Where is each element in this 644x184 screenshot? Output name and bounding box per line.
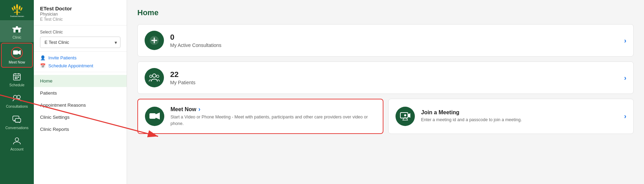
join-meeting-text: Join a Meeting Enter a meeting id and a … [421, 109, 621, 123]
my-patients-text: 22 My Patients [170, 70, 621, 85]
active-consultations-chevron: › [624, 37, 626, 45]
calendar-icon: 📅 [40, 63, 46, 68]
consultations-icon [11, 93, 22, 103]
svg-rect-19 [18, 77, 19, 78]
clinic-select-section: Select Clinic E Test Clinic ▾ [34, 26, 127, 52]
sidebar-item-conversations-label: Conversations [5, 126, 28, 130]
clinic-menu: Home Patients Appointment Reasons Clinic… [34, 72, 127, 184]
menu-item-appointment-reasons[interactable]: Appointment Reasons [34, 99, 127, 111]
active-consultations-count: 0 [170, 33, 621, 42]
account-icon [11, 136, 22, 146]
page-title: Home [137, 8, 634, 17]
sidebar-item-clinic[interactable]: Clinic [0, 21, 34, 42]
schedule-appointment-link[interactable]: 📅 Schedule Appointment [40, 63, 120, 68]
menu-item-clinic-reports[interactable]: Clinic Reports [34, 123, 127, 135]
sidebar-item-meet-now[interactable]: Meet Now [1, 43, 33, 68]
meet-now-card-icon [145, 107, 164, 126]
doctor-role: Physician [40, 12, 120, 17]
svg-point-4 [20, 7, 23, 11]
sidebar-item-account-label: Account [10, 147, 23, 151]
invite-patients-link[interactable]: 👤 Invite Patients [40, 55, 120, 60]
main-wrapper: Home 0 My Active Consultations › [127, 0, 644, 184]
join-meeting-icon [396, 107, 415, 126]
join-meeting-card[interactable]: Join a Meeting Enter a meeting id and a … [388, 99, 634, 134]
svg-rect-11 [13, 50, 18, 55]
svg-point-3 [11, 7, 14, 11]
clinic-icon [11, 24, 22, 34]
svg-point-1 [13, 5, 16, 10]
svg-rect-8 [16, 30, 18, 32]
svg-marker-36 [408, 113, 410, 118]
meet-now-title-row: Meet Now › [170, 106, 376, 113]
conversations-icon [11, 115, 22, 124]
svg-point-26 [15, 138, 19, 141]
sidebar: Saskatchewan Clinic Meet Now [0, 0, 34, 184]
join-meeting-card-title: Join a Meeting [421, 109, 459, 116]
svg-rect-17 [15, 77, 16, 78]
svg-marker-12 [18, 50, 21, 55]
svg-point-2 [18, 5, 21, 10]
clinic-select-wrapper: E Test Clinic ▾ [40, 37, 120, 48]
svg-text:Saskatchewan: Saskatchewan [10, 15, 24, 17]
sidebar-item-schedule[interactable]: Schedule [0, 68, 34, 90]
svg-point-37 [404, 114, 406, 116]
person-icon: 👤 [40, 55, 46, 60]
svg-point-31 [150, 75, 152, 78]
clinic-actions: 👤 Invite Patients 📅 Schedule Appointment [34, 52, 127, 72]
svg-point-0 [16, 4, 18, 9]
sidebar-item-consultations[interactable]: Consultations [0, 90, 34, 111]
meet-now-card-text: Meet Now › Start a Video or Phone Meetin… [170, 106, 376, 127]
sidebar-item-conversations[interactable]: Conversations [0, 111, 34, 133]
doctor-name: ETest Doctor [40, 6, 120, 11]
menu-item-clinic-settings[interactable]: Clinic Settings [34, 111, 127, 123]
join-meeting-description: Enter a meeting id and a passcode to joi… [421, 117, 621, 123]
meet-now-card[interactable]: Meet Now › Start a Video or Phone Meetin… [137, 99, 383, 134]
menu-item-home[interactable]: Home [34, 75, 127, 87]
sidebar-item-schedule-label: Schedule [9, 83, 25, 87]
clinic-panel: ETest Doctor Physician E Test Clinic Sel… [34, 0, 127, 184]
meet-now-circle [11, 47, 23, 59]
my-patients-chevron: › [624, 74, 626, 82]
svg-rect-21 [17, 78, 18, 79]
svg-point-30 [153, 74, 156, 77]
meet-now-card-title: Meet Now [170, 106, 196, 113]
schedule-icon [11, 72, 22, 81]
logo: Saskatchewan [0, 0, 34, 21]
clinic-select[interactable]: E Test Clinic [40, 37, 120, 48]
my-patients-card[interactable]: 22 My Patients › [137, 61, 634, 94]
active-consultations-icon [145, 31, 164, 50]
active-consultations-text: 0 My Active Consultations [170, 33, 621, 48]
svg-rect-33 [149, 113, 156, 119]
action-cards: Meet Now › Start a Video or Phone Meetin… [137, 99, 634, 134]
join-meeting-title-row: Join a Meeting [421, 109, 621, 116]
my-patients-label: My Patients [170, 80, 621, 85]
sidebar-item-account[interactable]: Account [0, 133, 34, 154]
clinic-name-sub: E Test Clinic [40, 17, 120, 22]
active-consultations-card[interactable]: 0 My Active Consultations › [137, 24, 634, 57]
sidebar-item-meet-now-label: Meet Now [9, 60, 25, 64]
svg-point-32 [157, 75, 159, 78]
svg-point-23 [17, 95, 20, 99]
active-consultations-label: My Active Consultations [170, 42, 621, 48]
svg-rect-10 [12, 28, 21, 29]
main-content: Home 0 My Active Consultations › [127, 0, 644, 184]
meet-now-card-chevron: › [198, 106, 201, 113]
sidebar-item-clinic-label: Clinic [12, 35, 21, 39]
svg-marker-34 [156, 113, 160, 119]
meet-now-card-description: Start a Video or Phone Meeting - Meet wi… [170, 114, 376, 127]
svg-rect-18 [17, 77, 18, 78]
meet-now-icon [13, 48, 21, 58]
menu-item-patients[interactable]: Patients [34, 87, 127, 99]
svg-rect-25 [15, 118, 21, 122]
svg-point-22 [13, 95, 17, 99]
clinic-select-label: Select Clinic [40, 30, 120, 35]
join-meeting-chevron: › [624, 112, 626, 120]
my-patients-icon [145, 68, 164, 87]
svg-rect-20 [15, 78, 16, 79]
clinic-header: ETest Doctor Physician E Test Clinic [34, 0, 127, 26]
my-patients-count: 22 [170, 70, 621, 79]
sidebar-item-consultations-label: Consultations [6, 104, 28, 108]
